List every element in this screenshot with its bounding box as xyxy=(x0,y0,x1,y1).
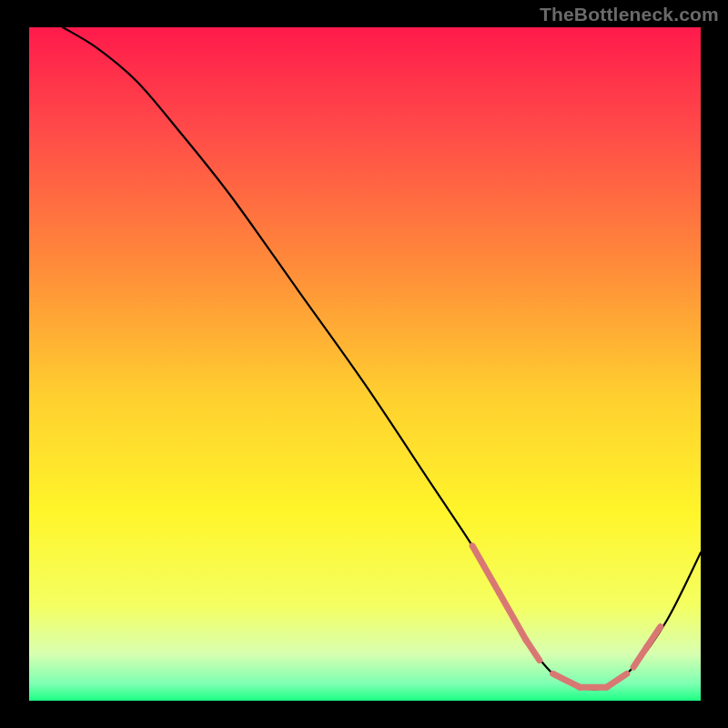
watermark-text: TheBottleneck.com xyxy=(540,4,719,25)
chart-canvas xyxy=(0,0,728,728)
chart-frame: TheBottleneck.com xyxy=(0,0,728,728)
plot-background xyxy=(29,27,701,701)
